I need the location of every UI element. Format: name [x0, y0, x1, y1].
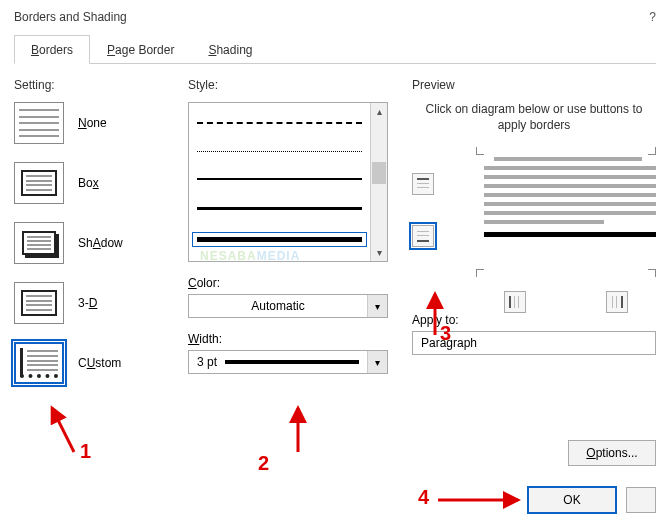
tab-shading[interactable]: Shading	[191, 35, 269, 64]
setting-label: Setting:	[14, 78, 164, 92]
svg-rect-3	[417, 231, 429, 232]
border-left-button[interactable]	[504, 291, 526, 313]
apply-to-label: Apply to:	[412, 313, 656, 327]
annotation-2: 2	[258, 452, 269, 474]
tab-borders[interactable]: Borders	[14, 35, 90, 64]
style-label: Style:	[188, 78, 388, 92]
svg-rect-0	[417, 178, 429, 180]
svg-rect-7	[514, 296, 515, 308]
setting-none-thumb	[14, 102, 64, 144]
tab-strip: Borders Page Border Shading	[14, 34, 656, 64]
preview-hint: Click on diagram below or use buttons to…	[412, 102, 656, 133]
scroll-up-icon[interactable]: ▴	[371, 103, 387, 120]
setting-custom[interactable]: CUstom	[14, 342, 164, 384]
apply-to-dropdown[interactable]: Paragraph	[412, 331, 656, 355]
color-dropdown[interactable]: Automatic ▾	[188, 294, 388, 318]
svg-rect-10	[616, 296, 617, 308]
svg-rect-8	[518, 296, 519, 308]
preview-diagram	[412, 147, 656, 307]
svg-rect-4	[417, 235, 429, 236]
setting-shadow-thumb	[14, 222, 64, 264]
svg-line-12	[52, 408, 74, 452]
tab-page-border[interactable]: Page Border	[90, 35, 191, 64]
help-icon[interactable]: ?	[649, 10, 656, 24]
svg-rect-1	[417, 183, 429, 184]
style-scrollbar[interactable]: ▴ ▾	[370, 103, 387, 261]
width-dropdown[interactable]: 3 pt ▾	[188, 350, 388, 374]
setting-custom-thumb	[14, 342, 64, 384]
border-right-button[interactable]	[606, 291, 628, 313]
width-label: Width:	[188, 332, 388, 346]
svg-rect-5	[417, 240, 429, 242]
setting-shadow[interactable]: ShAdow	[14, 222, 164, 264]
color-label: Color:	[188, 276, 388, 290]
svg-rect-2	[417, 187, 429, 188]
annotation-1: 1	[80, 440, 91, 462]
setting-none[interactable]: None	[14, 102, 164, 144]
window-title: Borders and Shading	[14, 10, 127, 24]
border-top-button[interactable]	[412, 173, 434, 195]
svg-rect-6	[509, 296, 511, 308]
scroll-down-icon[interactable]: ▾	[371, 244, 387, 261]
options-button[interactable]: Options...	[568, 440, 656, 466]
style-listbox[interactable]: ▴ ▾	[188, 102, 388, 262]
preview-paragraph[interactable]	[484, 157, 656, 237]
svg-rect-11	[621, 296, 623, 308]
watermark: NESABAMEDIA	[200, 240, 300, 266]
svg-rect-9	[612, 296, 613, 308]
border-bottom-button[interactable]	[412, 225, 434, 247]
chevron-down-icon[interactable]: ▾	[367, 295, 387, 317]
preview-label: Preview	[412, 78, 656, 92]
setting-3d-thumb	[14, 282, 64, 324]
ok-button[interactable]: OK	[528, 487, 616, 513]
annotation-4: 4	[418, 486, 429, 508]
setting-3d[interactable]: 3-D	[14, 282, 164, 324]
chevron-down-icon[interactable]: ▾	[367, 351, 387, 373]
setting-box[interactable]: Box	[14, 162, 164, 204]
next-button-partial[interactable]	[626, 487, 656, 513]
setting-box-thumb	[14, 162, 64, 204]
